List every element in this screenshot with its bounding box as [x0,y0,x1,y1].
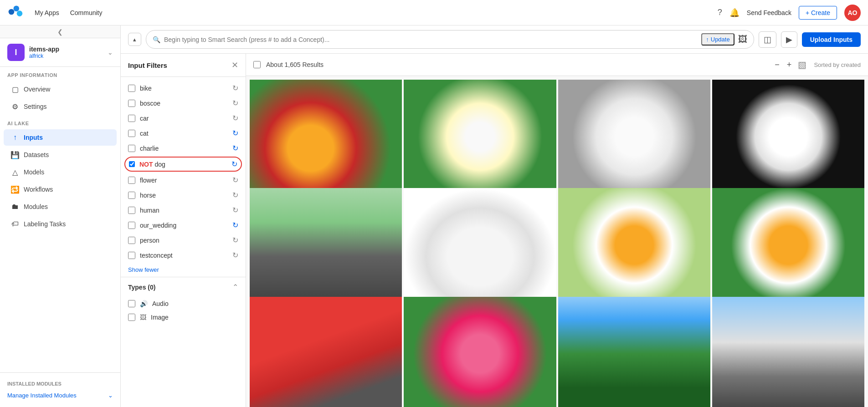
filter-item-horse[interactable]: horse ↻ [121,188,246,203]
filter-grid-area: Input Filters ✕ bike ↻ boscoe ↻ [121,54,868,407]
toolbar: ▴ 🔍 ↑ Update 🖼 ◫ ▶ Upload Inputs [121,25,868,54]
sidebar-item-workflows[interactable]: 🔁 Workflows [4,181,117,198]
filter-checkbox-dog[interactable] [129,161,135,167]
filter-checkbox-audio[interactable] [128,300,135,307]
send-feedback-link[interactable]: Send Feedback [747,9,791,16]
filter-checkbox-bike[interactable] [128,85,135,92]
filter-item-boscoe[interactable]: boscoe ↻ [121,96,246,111]
filter-item-bike[interactable]: bike ↻ [121,81,246,96]
sidebar-item-settings[interactable]: ⚙ Settings [4,98,117,115]
app-owner[interactable]: alfrick [29,53,103,59]
filter-checkbox-our-wedding[interactable] [128,222,135,229]
app-chevron-down-icon[interactable]: ⌄ [108,49,113,56]
workflows-icon: 🔁 [11,185,19,193]
gallery-view-btn[interactable]: ◫ [759,31,776,48]
sidebar-item-datasets[interactable]: 💾 Datasets [4,147,117,163]
image-cell-11[interactable] [558,297,710,407]
filter-concept-icon-horse[interactable]: ↻ [232,191,238,199]
filter-item-charlie[interactable]: charlie ↻ [121,141,246,156]
labeling-tasks-icon: 🏷 [11,220,19,228]
avatar[interactable]: AO [844,5,861,21]
filter-concept-icon-our-wedding[interactable]: ↻ [232,221,238,229]
help-icon-btn[interactable]: ? [718,8,722,17]
update-btn[interactable]: ↑ Update [701,33,734,46]
filter-panel-header: Input Filters ✕ [121,54,246,77]
filter-concept-icon-boscoe[interactable]: ↻ [232,99,238,107]
image-cell-6[interactable] [404,188,556,302]
image-cell-4[interactable] [712,80,864,194]
filter-concept-icon-person[interactable]: ↻ [232,236,238,244]
filter-section-types: Types (0) ⌃ 🔊 Audio 🖼 Image [121,277,246,324]
filter-concept-icon-car[interactable]: ↻ [232,114,238,122]
search-input[interactable] [164,36,698,43]
sidebar-item-modules[interactable]: 🖿 Modules [4,198,117,215]
sidebar-item-overview[interactable]: ▢ Overview [4,81,117,97]
select-all-checkbox[interactable] [253,61,261,68]
sidebar-scroll-up[interactable]: ❮ [0,25,120,38]
ai-lake-label: AI Lake [0,115,120,129]
filter-item-car[interactable]: car ↻ [121,111,246,126]
my-apps-link[interactable]: My Apps [35,9,59,16]
community-link[interactable]: Community [70,9,103,16]
filter-item-dog[interactable]: NOT dog ↻ [124,157,242,172]
filter-item-our-wedding[interactable]: our_wedding ↻ [121,218,246,233]
filter-checkbox-horse[interactable] [128,192,135,199]
filter-item-person[interactable]: person ↻ [121,233,246,248]
object-detect-btn[interactable]: ▶ [781,31,797,48]
create-btn[interactable]: + Create [799,6,837,20]
filter-checkbox-human[interactable] [128,207,135,214]
upload-inputs-btn[interactable]: Upload Inputs [802,32,861,47]
image-cell-10[interactable] [404,297,556,407]
filter-label-flower: flower [140,177,228,184]
filter-label-horse: horse [140,192,228,199]
filter-concept-icon-dog[interactable]: ↻ [231,160,237,168]
image-cell-2[interactable] [404,80,556,194]
image-cell-1[interactable] [250,80,402,194]
filter-concept-icon-flower[interactable]: ↻ [232,176,238,184]
sidebar-item-labeling-tasks[interactable]: 🏷 Labeling Tasks [4,216,117,232]
manage-installed-modules-link[interactable]: Manage Installed Modules ⌄ [0,388,120,402]
grid-layout-btn[interactable]: ▧ [796,58,808,71]
filter-concept-icon-human[interactable]: ↻ [232,206,238,214]
image-cell-5[interactable] [250,188,402,302]
filter-checkbox-car[interactable] [128,115,135,122]
filter-panel-title: Input Filters [128,61,167,69]
filter-concept-icon-testconcept[interactable]: ↻ [232,251,238,259]
logo[interactable] [7,4,24,21]
filter-btn[interactable]: ▴ [128,33,141,46]
filter-checkbox-boscoe[interactable] [128,100,135,107]
filter-type-audio[interactable]: 🔊 Audio [121,297,246,310]
image-cell-9[interactable] [250,297,402,407]
filter-checkbox-flower[interactable] [128,177,135,184]
image-cell-7[interactable] [558,188,710,302]
filter-type-image[interactable]: 🖼 Image [121,310,246,324]
image-cell-8[interactable] [712,188,864,302]
filter-checkbox-cat[interactable] [128,130,135,137]
zoom-out-btn[interactable]: − [772,59,782,71]
workflows-label: Workflows [24,186,53,193]
filter-item-flower[interactable]: flower ↻ [121,173,246,188]
filter-concept-icon-cat[interactable]: ↻ [232,129,238,137]
filter-item-cat[interactable]: cat ↻ [121,126,246,141]
filter-item-testconcept[interactable]: testconcept ↻ [121,248,246,263]
image-upload-icon-btn[interactable]: 🖼 [738,34,747,45]
notifications-icon-btn[interactable]: 🔔 [729,8,740,18]
gallery-icon: ◫ [764,35,771,45]
image-cell-3[interactable] [558,80,710,194]
app-icon: I [7,44,25,61]
sidebar-item-inputs[interactable]: ↑ Inputs [4,129,117,146]
filter-concept-icon-bike[interactable]: ↻ [232,84,238,92]
filter-item-human[interactable]: human ↻ [121,203,246,218]
filter-close-btn[interactable]: ✕ [231,60,238,70]
filter-checkbox-charlie[interactable] [128,145,135,152]
filter-section-types-header[interactable]: Types (0) ⌃ [121,277,246,297]
zoom-in-btn[interactable]: + [784,59,795,71]
filter-checkbox-testconcept[interactable] [128,252,135,259]
image-cell-12[interactable] [712,297,864,407]
filter-checkbox-person[interactable] [128,237,135,244]
filter-checkbox-image[interactable] [128,314,135,321]
sidebar-item-models[interactable]: △ Models [4,164,117,180]
datasets-icon: 💾 [11,151,19,159]
filter-concept-icon-charlie[interactable]: ↻ [232,144,238,153]
show-fewer-btn[interactable]: Show fewer [121,263,246,277]
